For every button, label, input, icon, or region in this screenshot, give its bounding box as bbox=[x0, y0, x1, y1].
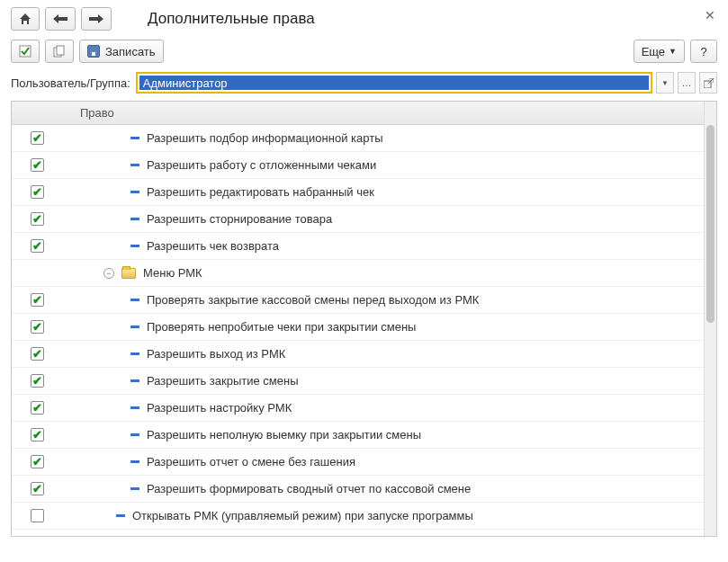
arrow-right-icon bbox=[89, 14, 103, 23]
row-label: Разрешить редактировать набранный чек bbox=[147, 185, 374, 199]
row-body: Разрешить настройку РМК bbox=[62, 401, 704, 415]
row-checkbox-cell bbox=[12, 239, 62, 253]
table-row[interactable]: −Меню РМК bbox=[12, 260, 704, 287]
table-row[interactable]: Разрешить формировать сводный отчет по к… bbox=[12, 476, 704, 503]
row-checkbox-cell bbox=[12, 212, 62, 226]
help-button[interactable]: ? bbox=[690, 40, 717, 63]
row-body: Проверять непробитые чеки при закрытии с… bbox=[62, 320, 704, 334]
table-row[interactable]: Проверять непробитые чеки при закрытии с… bbox=[12, 314, 704, 341]
table-row[interactable]: Проверять закрытие кассовой смены перед … bbox=[12, 287, 704, 314]
row-label: Проверять непробитые чеки при закрытии с… bbox=[147, 320, 416, 334]
page-title: Дополнительные права bbox=[148, 10, 315, 28]
row-label: Разрешить выход из РМК bbox=[147, 347, 285, 361]
row-body: Разрешить закрытие смены bbox=[62, 374, 704, 388]
leaf-icon bbox=[130, 191, 139, 193]
row-checkbox[interactable] bbox=[31, 212, 44, 226]
arrow-left-icon bbox=[53, 14, 67, 23]
table-row[interactable]: Разрешить подбор информационной карты bbox=[12, 125, 704, 152]
open-external-icon bbox=[704, 78, 714, 88]
row-checkbox-cell bbox=[12, 320, 62, 334]
table-row[interactable]: Разрешить отчет о смене без гашения bbox=[12, 449, 704, 476]
row-label: Разрешить подбор информационной карты bbox=[147, 131, 382, 145]
row-checkbox[interactable] bbox=[31, 401, 44, 415]
home-button[interactable] bbox=[11, 7, 40, 31]
row-checkbox-cell bbox=[12, 509, 62, 522]
row-checkbox[interactable] bbox=[31, 428, 44, 442]
row-checkbox-cell bbox=[12, 131, 62, 145]
back-button[interactable] bbox=[45, 7, 76, 31]
toolbar: Записать Еще ▼ ? bbox=[0, 34, 728, 68]
table-row[interactable]: Разрешить работу с отложенными чеками bbox=[12, 152, 704, 179]
table-row[interactable]: Открывать РМК (управляемый режим) при за… bbox=[12, 503, 704, 530]
row-checkbox-cell bbox=[12, 455, 62, 468]
row-checkbox[interactable] bbox=[31, 185, 44, 199]
scrollbar-thumb[interactable] bbox=[706, 125, 715, 323]
grid-header: Право bbox=[12, 102, 704, 125]
leaf-icon bbox=[130, 164, 139, 166]
close-button[interactable]: ✕ bbox=[705, 9, 715, 22]
row-checkbox[interactable] bbox=[31, 293, 44, 307]
row-body: Открывать РМК (управляемый режим) при за… bbox=[62, 509, 704, 522]
table-row[interactable]: Разрешить неполную выемку при закрытии с… bbox=[12, 422, 704, 449]
row-checkbox[interactable] bbox=[31, 374, 44, 388]
table-row[interactable]: Разрешить сторнирование товара bbox=[12, 206, 704, 233]
row-label: Разрешить формировать сводный отчет по к… bbox=[147, 482, 471, 495]
leaf-icon bbox=[116, 514, 125, 517]
leaf-icon bbox=[130, 218, 139, 220]
grid-body[interactable]: Право Разрешить подбор информационной ка… bbox=[12, 102, 704, 536]
more-label: Еще bbox=[642, 45, 665, 58]
table-row[interactable]: Разрешить настройку РМК bbox=[12, 395, 704, 422]
leaf-icon bbox=[130, 433, 139, 436]
row-label: Разрешить неполную выемку при закрытии с… bbox=[147, 428, 421, 442]
row-checkbox-cell bbox=[12, 401, 62, 415]
copy-button[interactable] bbox=[45, 40, 74, 63]
dropdown-button[interactable]: ▼ bbox=[656, 72, 674, 94]
select-button[interactable]: … bbox=[678, 72, 696, 94]
window-header: Дополнительные права ✕ bbox=[0, 0, 728, 34]
row-body: Разрешить редактировать набранный чек bbox=[62, 185, 704, 199]
row-checkbox-cell bbox=[12, 347, 62, 361]
row-checkbox[interactable] bbox=[31, 455, 44, 468]
row-label: Разрешить чек возврата bbox=[147, 239, 279, 253]
col-right-header: Право bbox=[62, 106, 704, 120]
row-checkbox[interactable] bbox=[31, 347, 44, 361]
check-all-button[interactable] bbox=[11, 40, 40, 63]
row-body: Разрешить сторнирование товара bbox=[62, 212, 704, 226]
row-checkbox[interactable] bbox=[31, 320, 44, 334]
row-checkbox-cell bbox=[12, 428, 62, 442]
row-label: Меню РМК bbox=[143, 266, 202, 280]
row-body: −Меню РМК bbox=[62, 266, 704, 280]
row-label: Открывать РМК (управляемый режим) при за… bbox=[132, 509, 473, 522]
more-button[interactable]: Еще ▼ bbox=[634, 40, 685, 63]
expand-toggle[interactable]: − bbox=[103, 268, 114, 279]
table-row[interactable]: Разрешить выход из РМК bbox=[12, 341, 704, 368]
svg-rect-2 bbox=[57, 46, 64, 55]
open-button[interactable] bbox=[699, 72, 717, 94]
user-group-input[interactable] bbox=[139, 76, 649, 90]
row-checkbox-cell bbox=[12, 293, 62, 307]
row-body: Проверять закрытие кассовой смены перед … bbox=[62, 293, 704, 307]
save-label: Записать bbox=[105, 45, 156, 58]
row-checkbox[interactable] bbox=[31, 158, 44, 172]
table-row[interactable]: Разрешить редактировать набранный чек bbox=[12, 179, 704, 206]
forward-button[interactable] bbox=[81, 7, 112, 31]
user-group-field-wrap bbox=[136, 72, 652, 94]
home-icon bbox=[19, 13, 31, 25]
chevron-down-icon: ▼ bbox=[661, 79, 669, 87]
row-checkbox[interactable] bbox=[31, 239, 44, 253]
row-body: Разрешить выход из РМК bbox=[62, 347, 704, 361]
nav-buttons bbox=[11, 7, 112, 31]
user-group-label: Пользователь/Группа: bbox=[11, 76, 130, 90]
check-sheet-icon bbox=[19, 45, 31, 58]
row-checkbox[interactable] bbox=[31, 482, 44, 495]
table-row[interactable]: Разрешить закрытие смены bbox=[12, 368, 704, 395]
row-body: Разрешить подбор информационной карты bbox=[62, 131, 704, 145]
row-label: Разрешить отчет о смене без гашения bbox=[147, 455, 355, 468]
table-row[interactable]: Разрешить чек возврата bbox=[12, 233, 704, 260]
row-checkbox[interactable] bbox=[31, 131, 44, 145]
save-button[interactable]: Записать bbox=[79, 40, 164, 63]
row-label: Разрешить настройку РМК bbox=[147, 401, 292, 415]
row-checkbox-cell bbox=[12, 185, 62, 199]
scrollbar[interactable] bbox=[704, 102, 716, 536]
row-checkbox[interactable] bbox=[31, 509, 44, 522]
